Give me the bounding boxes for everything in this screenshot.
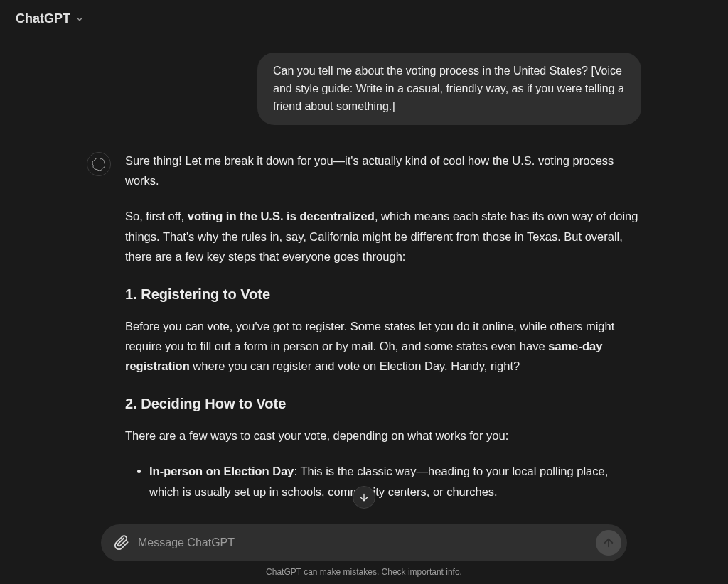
conversation-scroll[interactable]: Can you tell me about the voting process…: [0, 53, 728, 514]
scroll-to-bottom-button[interactable]: [353, 486, 375, 509]
text-fragment: Before you can vote, you've got to regis…: [125, 320, 614, 352]
model-label: ChatGPT: [16, 11, 70, 26]
user-message-text: Can you tell me about the voting process…: [273, 65, 624, 112]
list-item: In-person on Election Day: This is the c…: [149, 461, 641, 502]
text-fragment: where you can register and vote on Elect…: [190, 359, 520, 372]
user-message: Can you tell me about the voting process…: [257, 53, 641, 125]
send-button[interactable]: [596, 530, 621, 556]
composer: [101, 524, 627, 561]
assistant-ways-intro: There are a few ways to cast your vote, …: [125, 426, 641, 445]
voting-methods-list: In-person on Election Day: This is the c…: [125, 461, 641, 514]
paperclip-icon: [114, 535, 129, 551]
arrow-down-icon: [358, 492, 370, 503]
chevron-down-icon: [75, 14, 85, 24]
bold-text: voting in the U.S. is decentralized: [188, 210, 375, 222]
chatgpt-logo-icon: [92, 158, 105, 171]
attach-button[interactable]: [114, 535, 129, 551]
arrow-up-icon: [602, 536, 615, 549]
assistant-decentralized: So, first off, voting in the U.S. is dec…: [125, 206, 641, 266]
model-selector[interactable]: ChatGPT: [16, 11, 85, 26]
list-item: Early voting: Many states let you vote e…: [149, 512, 641, 514]
assistant-heading-1: 1. Registering to Vote: [125, 282, 641, 306]
assistant-message: Sure thing! Let me break it down for you…: [87, 151, 641, 514]
bold-text: In-person on Election Day: [149, 465, 294, 477]
disclaimer-text: ChatGPT can make mistakes. Check importa…: [14, 561, 714, 580]
assistant-avatar: [87, 152, 111, 176]
assistant-body: Sure thing! Let me break it down for you…: [125, 151, 641, 514]
assistant-registration: Before you can vote, you've got to regis…: [125, 316, 641, 376]
assistant-intro: Sure thing! Let me break it down for you…: [125, 151, 641, 190]
assistant-heading-2: 2. Deciding How to Vote: [125, 391, 641, 416]
text-fragment: So, first off,: [125, 210, 188, 222]
message-input[interactable]: [138, 536, 587, 549]
